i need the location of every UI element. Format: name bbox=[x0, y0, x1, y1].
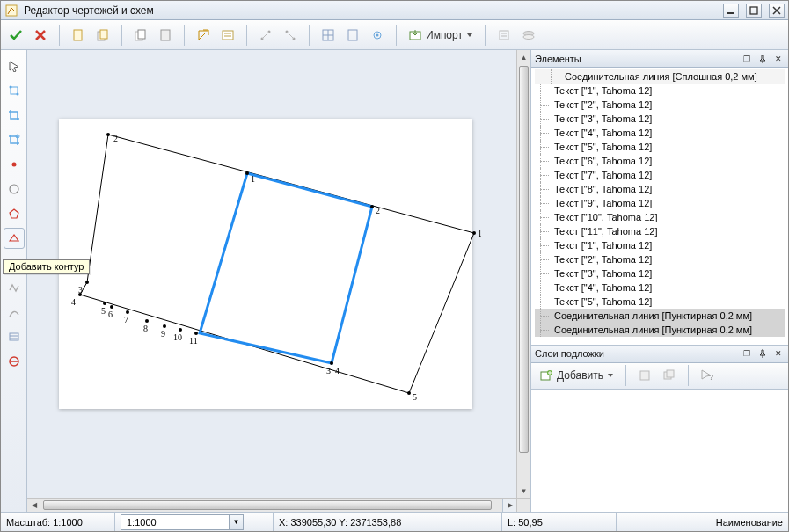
tree-item[interactable]: Текст ["8", Tahoma 12] bbox=[535, 182, 785, 196]
tree-item[interactable]: Текст ["5", Tahoma 12] bbox=[535, 140, 785, 154]
tooltip-add-contour: Добавить контур bbox=[3, 259, 90, 274]
layer-help-button[interactable]: ? bbox=[696, 364, 719, 387]
status-scale-combo-cell: 1:1000 ▼ bbox=[115, 513, 274, 531]
minimize-button[interactable] bbox=[723, 4, 739, 18]
properties-button[interactable] bbox=[216, 24, 239, 47]
elements-tree[interactable]: Соединительная линия [Сплошная 0,2 мм]Те… bbox=[531, 68, 788, 346]
tree-item[interactable]: Текст ["1", Tahoma 12] bbox=[535, 84, 785, 98]
tree-item[interactable]: Текст ["9", Tahoma 12] bbox=[535, 196, 785, 210]
tree-item[interactable]: Соединительная линия [Пунктирная 0,2 мм] bbox=[535, 309, 785, 323]
status-bar: Масштаб: 1:1000 1:1000 ▼ X: 339055,30 Y:… bbox=[1, 512, 788, 531]
panel-pin-button[interactable] bbox=[756, 53, 769, 65]
svg-point-63 bbox=[126, 310, 129, 314]
copy-button[interactable] bbox=[129, 24, 152, 47]
tree-item[interactable]: Текст ["6", Tahoma 12] bbox=[535, 154, 785, 168]
chevron-down-icon bbox=[607, 372, 614, 379]
canvas-hscroll[interactable]: ◀▶ bbox=[27, 498, 516, 512]
layers-button[interactable] bbox=[517, 24, 540, 47]
settings-button[interactable] bbox=[366, 24, 389, 47]
chevron-down-icon[interactable]: ▼ bbox=[229, 515, 243, 529]
curve-tool[interactable] bbox=[4, 302, 25, 323]
window-title: Редактор чертежей и схем bbox=[24, 4, 154, 17]
tree-item[interactable]: Соединительная линия [Сплошная 0,2 мм] bbox=[535, 69, 785, 84]
layer-up-button[interactable] bbox=[633, 364, 656, 387]
svg-rect-9 bbox=[223, 31, 233, 40]
svg-point-55 bbox=[85, 281, 89, 284]
svg-point-52 bbox=[330, 361, 333, 365]
ok-button[interactable] bbox=[4, 24, 27, 47]
polyline-tool[interactable] bbox=[4, 277, 25, 298]
page-button[interactable] bbox=[341, 24, 364, 47]
circle-tool[interactable] bbox=[4, 179, 25, 200]
tree-item[interactable]: Текст ["3", Tahoma 12] bbox=[535, 266, 785, 281]
main-area: Добавить контур 2 1 5 1 2 3 4 bbox=[1, 50, 788, 512]
tree-item[interactable]: Соединительная линия [Пунктирная 0,2 мм] bbox=[535, 323, 785, 337]
add-layer-button[interactable]: Добавить bbox=[535, 364, 618, 387]
tree-item[interactable]: Текст ["4", Tahoma 12] bbox=[535, 281, 785, 295]
scale-combo-value: 1:1000 bbox=[121, 517, 229, 528]
svg-point-57 bbox=[78, 293, 82, 296]
layers-body[interactable] bbox=[531, 390, 788, 512]
import-button[interactable]: Импорт bbox=[404, 24, 478, 47]
polygon-tool[interactable] bbox=[4, 203, 25, 224]
tree-item[interactable]: Текст ["2", Tahoma 12] bbox=[535, 252, 785, 266]
tree-item[interactable]: Текст ["3", Tahoma 12] bbox=[535, 112, 785, 126]
tree-item[interactable]: Текст ["4", Tahoma 12] bbox=[535, 126, 785, 140]
cancel-button[interactable] bbox=[29, 24, 52, 47]
svg-point-65 bbox=[145, 319, 149, 323]
layer-copy-button[interactable] bbox=[658, 364, 681, 387]
add-contour-tool[interactable] bbox=[4, 228, 25, 249]
add-layer-label: Добавить bbox=[557, 369, 603, 382]
snap1-button[interactable] bbox=[254, 24, 277, 47]
svg-rect-0 bbox=[6, 5, 17, 16]
svg-point-59 bbox=[103, 302, 106, 305]
svg-point-34 bbox=[11, 163, 16, 167]
svg-point-29 bbox=[523, 34, 534, 39]
panel-undock-button[interactable]: ❐ bbox=[741, 53, 753, 65]
grid-button[interactable] bbox=[317, 24, 340, 47]
svg-rect-25 bbox=[500, 31, 508, 40]
duplicate-button[interactable] bbox=[91, 24, 114, 47]
panel-close-button[interactable]: ✕ bbox=[772, 53, 785, 65]
svg-text:6: 6 bbox=[108, 310, 113, 319]
svg-text:5: 5 bbox=[413, 392, 417, 402]
scale-combo[interactable]: 1:1000 ▼ bbox=[121, 514, 244, 530]
canvas-wrap: 2 1 5 1 2 3 4 3 4 5 6 7 8 9 10 11 bbox=[27, 50, 530, 512]
table-tool[interactable] bbox=[4, 326, 25, 347]
svg-text:2: 2 bbox=[113, 134, 118, 143]
maximize-button[interactable] bbox=[746, 4, 762, 18]
layers-undock-button[interactable]: ❐ bbox=[741, 347, 753, 360]
drawing-layer: 2 1 5 1 2 3 4 3 4 5 6 7 8 9 10 11 bbox=[59, 119, 481, 418]
canvas-area[interactable]: 2 1 5 1 2 3 4 3 4 5 6 7 8 9 10 11 bbox=[27, 50, 530, 512]
close-button[interactable] bbox=[769, 4, 785, 18]
layers-pin-button[interactable] bbox=[756, 347, 769, 360]
forbid-tool[interactable] bbox=[4, 351, 25, 372]
snap2-button[interactable] bbox=[279, 24, 302, 47]
tree-item[interactable]: Текст ["10", Tahoma 12] bbox=[535, 210, 785, 224]
crop-tool[interactable] bbox=[4, 105, 25, 126]
svg-point-67 bbox=[163, 324, 166, 328]
tree-item[interactable]: Текст ["2", Tahoma 12] bbox=[535, 98, 785, 112]
tree-item[interactable]: Текст ["5", Tahoma 12] bbox=[535, 295, 785, 309]
svg-text:?: ? bbox=[709, 373, 713, 382]
point-tool[interactable] bbox=[4, 154, 25, 175]
vertex-tool[interactable] bbox=[4, 80, 25, 101]
svg-point-23 bbox=[376, 33, 379, 36]
canvas-vscroll[interactable]: ▲▼ bbox=[516, 50, 530, 498]
tree-item[interactable]: Текст ["7", Tahoma 12] bbox=[535, 168, 785, 182]
pointer-tool[interactable] bbox=[4, 55, 25, 77]
svg-text:4: 4 bbox=[71, 297, 76, 307]
crop-rotate-tool[interactable] bbox=[4, 129, 25, 150]
svg-rect-30 bbox=[11, 87, 18, 94]
tree-item[interactable]: Текст ["11", Tahoma 12] bbox=[535, 224, 785, 238]
svg-rect-77 bbox=[667, 370, 674, 377]
paste-button[interactable] bbox=[154, 24, 177, 47]
transform-button[interactable] bbox=[192, 24, 215, 47]
svg-rect-21 bbox=[348, 30, 357, 40]
new-doc-button[interactable] bbox=[67, 24, 90, 47]
layers-close-button[interactable]: ✕ bbox=[772, 347, 785, 360]
history-button[interactable] bbox=[493, 24, 515, 47]
scroll-corner bbox=[516, 498, 530, 512]
tree-item[interactable]: Текст ["1", Tahoma 12] bbox=[535, 238, 785, 252]
svg-line-14 bbox=[262, 32, 269, 39]
